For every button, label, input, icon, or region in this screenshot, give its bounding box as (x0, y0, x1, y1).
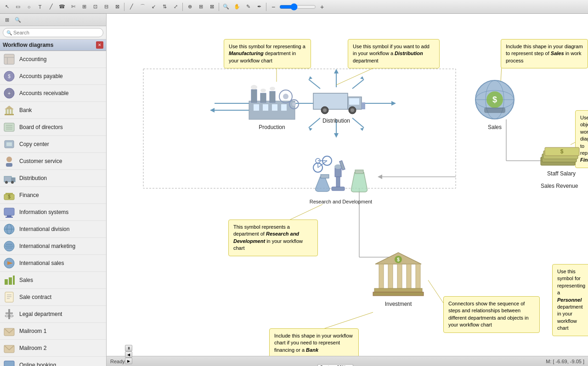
select-tool[interactable]: ↖ (2, 2, 12, 12)
sidebar-item-finance[interactable]: $ Finance (0, 187, 106, 204)
sidebar-item-mailroom-2[interactable]: Mailroom 2 (0, 340, 106, 357)
svg-rect-148 (373, 292, 424, 296)
eyedrop-tool[interactable]: ✎ (243, 2, 253, 12)
svg-point-102 (251, 85, 257, 90)
sidebar-item-accounts-payable[interactable]: $ Accounts payable (0, 68, 106, 85)
tool10[interactable]: ⊠ (112, 2, 122, 12)
sidebar-icon-international-marketing (3, 240, 16, 253)
sidebar-item-bank[interactable]: Bank (0, 102, 106, 119)
sidebar-search-btn[interactable]: 🔍 (13, 15, 23, 25)
svg-rect-19 (6, 163, 12, 167)
svg-point-109 (323, 108, 327, 112)
research-label: Research and Development (306, 199, 375, 204)
sidebar-grid-btn[interactable]: ⊞ (2, 15, 12, 25)
sidebar-item-sales[interactable]: Sales (0, 272, 106, 289)
sep3 (219, 3, 219, 11)
sidebar-label-international-marketing: International marketing (19, 243, 75, 249)
window-tool[interactable]: ▭ (13, 2, 23, 12)
svg-text:$: $ (560, 148, 564, 155)
prev-btn[interactable]: ◀ (125, 351, 132, 358)
investment-label: Investment (371, 301, 426, 307)
pause-btn[interactable]: ⏸ (125, 345, 132, 351)
sidebar-close-btn[interactable]: ✕ (96, 41, 103, 49)
zoom-in-icon[interactable]: 🔍 (221, 2, 231, 12)
svg-point-99 (283, 94, 288, 99)
svg-rect-92 (263, 104, 268, 111)
svg-rect-126 (332, 187, 345, 191)
sidebar-item-copy-center[interactable]: Copy center (0, 136, 106, 153)
line-tool[interactable]: ╱ (46, 2, 56, 12)
svg-rect-143 (388, 264, 393, 289)
research-node[interactable]: Research and Development (306, 149, 375, 204)
sidebar-item-international-sales[interactable]: International sales (0, 255, 106, 272)
distribution-label: Distribution (304, 118, 368, 124)
tool15[interactable]: ⤢ (170, 2, 181, 12)
svg-rect-29 (6, 217, 13, 218)
personnel-tooltip: Use this symbol for representing a Perso… (552, 264, 588, 336)
sidebar-item-accounts-receivable[interactable]: + Accounts receivable (0, 85, 106, 102)
svg-point-48 (5, 315, 9, 317)
search-input[interactable] (3, 28, 103, 37)
tool12[interactable]: ⌒ (137, 2, 147, 12)
sidebar-item-information-systems[interactable]: Information systems (0, 204, 106, 221)
sales-revenue-label: Sales Revenue (541, 183, 578, 189)
sidebar-item-accounting[interactable]: Accounting (0, 51, 106, 68)
next-btn[interactable]: ▶ (125, 358, 132, 364)
oval-tool[interactable]: ○ (24, 2, 34, 12)
svg-point-103 (260, 89, 266, 92)
tool17[interactable]: ⊞ (196, 2, 206, 12)
sidebar-item-board-of-directors[interactable]: Board of directors (0, 119, 106, 136)
zoom-in-btn[interactable]: + (317, 2, 327, 12)
tool18[interactable]: ⊠ (207, 2, 217, 12)
hand-tool[interactable]: ✋ (232, 2, 242, 12)
sidebar-icon-accounts-payable: $ (3, 70, 16, 83)
sidebar-item-customer-service[interactable]: Customer service (0, 153, 106, 170)
sales-node[interactable]: $ Sales (469, 79, 520, 130)
svg-rect-11 (5, 114, 14, 115)
svg-rect-27 (4, 208, 14, 215)
tool13[interactable]: ↙ (148, 2, 158, 12)
production-node[interactable]: Production (244, 80, 300, 130)
svg-rect-137 (355, 170, 363, 174)
connectors-tooltip: Connectors show the sequence of steps an… (443, 296, 540, 333)
sidebar-item-international-marketing[interactable]: International marketing (0, 238, 106, 255)
distribution-node[interactable]: Distribution (304, 82, 368, 124)
svg-text:$: $ (397, 257, 400, 262)
sidebar-item-distribution[interactable]: Distribution (0, 170, 106, 187)
sidebar-item-international-division[interactable]: International division (0, 221, 106, 238)
tool11[interactable]: ╱ (126, 2, 136, 12)
sidebar-item-sale-contract[interactable]: Sale contract (0, 289, 106, 306)
zoom-slider[interactable] (279, 3, 316, 11)
phone-tool[interactable]: ☎ (57, 2, 67, 12)
tool9[interactable]: ⊟ (101, 2, 111, 12)
canvas-area[interactable]: Use this symbol for representing a Manuf… (107, 14, 588, 366)
svg-marker-70 (360, 76, 364, 79)
svg-rect-144 (397, 264, 402, 289)
pen-tool[interactable]: ✒ (254, 2, 264, 12)
svg-marker-66 (391, 101, 396, 106)
tool8[interactable]: ⊡ (90, 2, 100, 12)
investment-node[interactable]: $ Investment (371, 248, 426, 307)
sidebar-item-legal-department[interactable]: Legal department (0, 306, 106, 323)
svg-rect-28 (7, 215, 11, 217)
staff-salary-node[interactable]: $ Staff Salary (538, 138, 584, 177)
sidebar-label-copy-center: Copy center (19, 141, 49, 147)
tool14[interactable]: ⇅ (159, 2, 170, 12)
svg-rect-10 (11, 109, 13, 114)
sidebar-item-online-booking[interactable]: Online booking (0, 357, 106, 366)
zoom-out-btn[interactable]: − (268, 2, 278, 12)
zoom-select[interactable]: Custom 80% 50% 75% 100% 125% 150% (317, 364, 353, 366)
svg-rect-105 (313, 93, 348, 109)
sidebar-top-controls: ⊞ 🔍 (0, 14, 106, 26)
tool7[interactable]: ⊞ (79, 2, 89, 12)
sidebar-label-mailroom-2: Mailroom 2 (19, 345, 46, 351)
svg-point-101 (292, 102, 296, 106)
sidebar-item-mailroom-1[interactable]: Mailroom 1 (0, 323, 106, 340)
tool6[interactable]: ✄ (68, 2, 78, 12)
tool16[interactable]: ⊕ (185, 2, 195, 12)
text-tool[interactable]: T (35, 2, 45, 12)
sidebar-label-legal-department: Legal department (19, 311, 62, 317)
svg-rect-97 (270, 91, 275, 102)
statusbar-right: M: [ -6.69, -9.05 ] (546, 359, 584, 364)
staff-salary-label: Staff Salary (538, 170, 584, 177)
